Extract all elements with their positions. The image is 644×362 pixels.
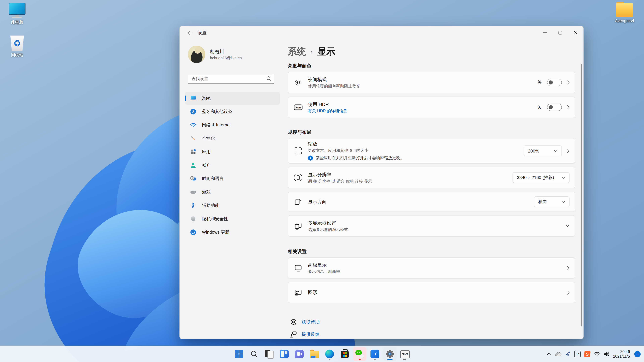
window-title: 设置 <box>198 30 206 36</box>
wifi-tray-icon[interactable] <box>594 352 600 356</box>
row-title: 显示方向 <box>308 199 528 205</box>
row-night-mode[interactable]: 夜间模式 使用较暖的颜色帮助阻止蓝光 关 <box>288 72 575 93</box>
sidebar-item-label: 帐户 <box>202 162 211 168</box>
orientation-select[interactable]: 横向 <box>534 196 570 207</box>
sidebar-item-apps[interactable]: 应用 <box>185 145 280 158</box>
chevron-right-icon[interactable] <box>567 149 570 153</box>
sidebar: 胡缙川 hchuan16@live.cn 系统 蓝牙和其他设备 <box>185 39 282 339</box>
search-icon <box>250 350 258 358</box>
sidebar-item-time-language[interactable]: 时间和语言 <box>185 172 280 185</box>
svg-text:?: ? <box>293 321 294 323</box>
file-explorer-button[interactable] <box>308 347 321 361</box>
scale-icon <box>294 147 302 155</box>
hdr-toggle[interactable] <box>547 104 562 111</box>
clock[interactable]: 20:46 2021/11/5 <box>613 349 630 359</box>
scale-select[interactable]: 200% <box>524 145 562 156</box>
sidebar-item-system[interactable]: 系统 <box>185 92 280 105</box>
chat-button[interactable] <box>293 347 306 361</box>
desktop-icon-label: 此电脑 <box>11 20 23 24</box>
hdr-icon: HDR <box>294 104 302 111</box>
tray-time: 20:46 <box>613 349 630 354</box>
resolution-value: 3840 × 2160 (推荐) <box>517 175 554 181</box>
chat-icon <box>295 350 304 358</box>
onedrive-cloud-icon[interactable] <box>554 352 561 356</box>
volume-icon[interactable] <box>604 352 609 357</box>
navigation-arrow-icon[interactable] <box>565 351 570 357</box>
chevron-right-icon[interactable] <box>567 80 570 84</box>
desktop-icon-label: Avengers4 <box>615 18 634 23</box>
settings-search <box>188 74 274 84</box>
row-resolution[interactable]: 显示分辨率 调 整 分辨率 以 适合 你的 连接 显示 3840 × 2160 … <box>288 167 575 188</box>
row-multi-display[interactable]: 多显示器设置 选择显示器的演示模式 <box>288 215 575 237</box>
titlebar[interactable]: 设置 <box>180 26 583 39</box>
microsoft-store-button[interactable] <box>338 347 351 361</box>
sidebar-item-network[interactable]: 网络 & Internet <box>185 119 280 131</box>
row-graphics[interactable]: 图形 <box>288 282 575 303</box>
info-icon: i <box>308 156 313 161</box>
ime-indicator[interactable]: 中 <box>574 351 580 357</box>
microsoft-store-icon <box>340 351 349 358</box>
night-mode-toggle[interactable] <box>547 79 562 86</box>
desktop-icon-folder-avengers4[interactable]: Avengers4 <box>610 3 639 23</box>
chevron-down-icon <box>562 176 565 179</box>
search-input[interactable] <box>188 74 274 84</box>
close-button[interactable] <box>568 26 583 39</box>
settings-taskbar-button[interactable] <box>383 347 397 361</box>
hdr-details-link[interactable]: 有关 HDR 的详细信息 <box>308 108 532 113</box>
graphics-icon <box>294 289 302 296</box>
advanced-display-icon <box>294 264 302 272</box>
hidden-icons-chevron[interactable] <box>546 353 551 355</box>
row-orientation[interactable]: 显示方向 横向 <box>288 192 575 212</box>
sidebar-item-accessibility[interactable]: 辅助功能 <box>185 199 280 212</box>
notification-count-badge[interactable]: 3 <box>634 351 641 357</box>
breadcrumb-parent[interactable]: 系统 <box>288 45 306 58</box>
row-advanced-display[interactable]: 高级显示 显示信息，刷新率 <box>288 257 575 279</box>
maximize-button[interactable] <box>552 26 568 39</box>
section-header-scale-layout: 规模与布局 <box>288 129 575 135</box>
sidebar-item-bluetooth[interactable]: 蓝牙和其他设备 <box>185 105 280 118</box>
desktop-icon-recycle-bin[interactable]: ♻ 回收站 <box>2 35 32 57</box>
toggle-state-label: 关 <box>537 79 542 85</box>
chevron-right-icon[interactable] <box>567 266 570 270</box>
screentogif-icon: S>G <box>400 350 410 358</box>
edge-button[interactable] <box>323 347 336 361</box>
widgets-button[interactable] <box>278 347 291 361</box>
feedback-link[interactable]: 提供反馈 <box>288 331 575 338</box>
sidebar-item-personalization[interactable]: 个性化 <box>185 132 280 145</box>
sidebar-item-label: 辅助功能 <box>202 202 219 209</box>
expand-chevron-icon[interactable] <box>566 225 570 227</box>
toggle-knob <box>549 105 553 109</box>
user-name: 胡缙川 <box>210 49 242 55</box>
resolution-icon <box>294 174 302 181</box>
sogou-input-icon[interactable]: S <box>584 351 590 357</box>
windows-start-icon <box>235 350 243 358</box>
sidebar-item-windows-update[interactable]: Windows 更新 <box>185 226 280 239</box>
sidebar-item-gaming[interactable]: 游戏 <box>185 186 280 198</box>
running-indicator <box>329 359 330 360</box>
user-card[interactable]: 胡缙川 hchuan16@live.cn <box>188 45 282 63</box>
start-button[interactable] <box>232 347 246 361</box>
sidebar-item-privacy[interactable]: 隐私和安全性 <box>185 213 280 225</box>
taskbar-search-button[interactable] <box>247 347 261 361</box>
search-icon <box>266 76 271 81</box>
chevron-right-icon[interactable] <box>567 291 570 295</box>
row-use-hdr[interactable]: HDR 使用 HDR 有关 HDR 的详细信息 关 <box>288 96 575 118</box>
multi-display-icon <box>294 222 302 230</box>
sidebar-item-accounts[interactable]: 帐户 <box>185 159 280 172</box>
this-pc-icon <box>9 3 26 18</box>
resolution-select[interactable]: 3840 × 2160 (推荐) <box>512 172 570 183</box>
taskbar: S>G 中 S 20:46 2021/11/5 <box>0 346 644 362</box>
desktop-icon-this-pc[interactable]: 此电脑 <box>2 3 32 24</box>
window-scrollbar[interactable] <box>580 64 582 327</box>
row-title: 使用 HDR <box>308 101 532 107</box>
launcher-app-button[interactable] <box>368 347 382 361</box>
chevron-right-icon[interactable] <box>567 105 570 109</box>
back-button[interactable] <box>184 28 195 37</box>
task-view-button[interactable] <box>262 347 276 361</box>
screentogif-button[interactable]: S>G <box>398 347 412 361</box>
minimize-button[interactable] <box>537 26 552 39</box>
row-scale[interactable]: 缩放 更改文本、应用和其他项目的大小 i 某些应用在关闭并重新打开后才会响应缩放… <box>288 138 575 164</box>
wechat-button[interactable] <box>353 347 366 361</box>
user-email: hchuan16@live.cn <box>210 56 242 60</box>
get-help-link[interactable]: ? 获取帮助 <box>288 319 575 326</box>
